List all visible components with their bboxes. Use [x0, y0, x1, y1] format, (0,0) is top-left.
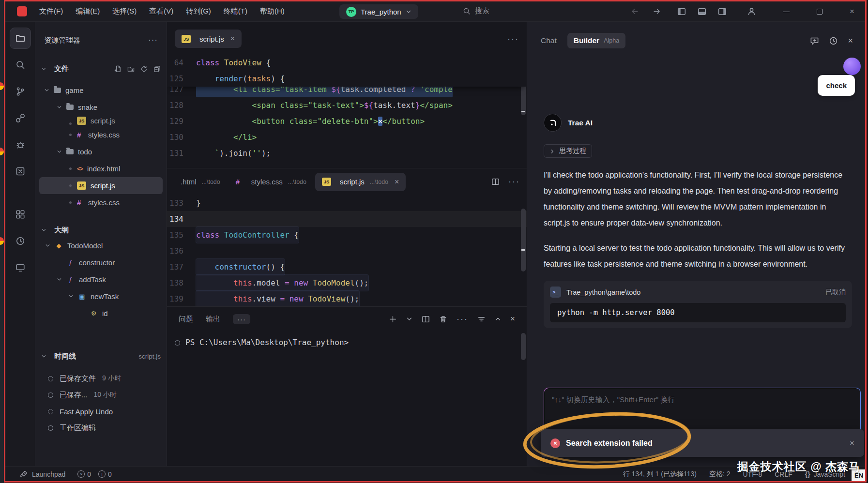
code-line-134[interactable]: 134: [167, 211, 527, 227]
folder-snake[interactable]: snake: [39, 99, 163, 116]
launchpad-button[interactable]: Launchpad: [32, 470, 65, 478]
folder-game[interactable]: game: [39, 82, 163, 99]
file-styles.css[interactable]: #styles.css: [39, 126, 163, 143]
file-script.js[interactable]: JSscript.js: [39, 177, 163, 194]
menu-item[interactable]: 帮助(H): [254, 7, 291, 16]
code-line-125[interactable]: 125 render(tasks) {: [167, 71, 527, 87]
activity-extensions[interactable]: [10, 204, 31, 225]
menu-item[interactable]: 查看(V): [143, 7, 180, 16]
timeline-item[interactable]: 已保存...10 小时: [35, 387, 167, 403]
refresh-icon[interactable]: [140, 65, 148, 73]
code-line-129[interactable]: 129 <button class="delete-btn">×</button…: [167, 113, 527, 129]
close-toast-icon[interactable]: ×: [850, 438, 854, 448]
history-icon[interactable]: [829, 36, 838, 45]
tab-script.js[interactable]: JSscript.js...\todo×: [315, 173, 406, 191]
global-search[interactable]: 搜索: [463, 6, 489, 15]
file-index.html[interactable]: <>index.html: [39, 160, 163, 177]
timeline-section-header[interactable]: 时间线 script.js: [35, 349, 167, 363]
warning-count[interactable]: ! 0: [98, 470, 112, 478]
code-editor-top[interactable]: 64class TodoView {125 render(tasks) { 12…: [167, 52, 527, 168]
tab-styles.css[interactable]: #styles.css...\todo: [229, 173, 313, 191]
outline-id[interactable]: ⚙id: [39, 305, 163, 322]
close-chat-icon[interactable]: ×: [848, 36, 853, 46]
activity-history[interactable]: [10, 230, 31, 252]
split-terminal-icon[interactable]: [422, 315, 430, 323]
more-panel-tabs-icon[interactable]: ···: [233, 314, 250, 324]
code-line-64[interactable]: 64class TodoView {: [167, 55, 527, 71]
code-line-131[interactable]: 131 `).join('');: [167, 145, 527, 161]
code-line-137[interactable]: 137 constructor() {: [167, 259, 527, 275]
outline-TodoModel[interactable]: ◆TodoModel: [39, 237, 163, 254]
code-line-128[interactable]: 128 <span class="task-text">${task.text}…: [167, 97, 527, 113]
terminal-scrollbar[interactable]: [520, 331, 526, 466]
toggle-bottom-panel-icon[interactable]: [698, 7, 706, 16]
activity-source-control[interactable]: [10, 81, 31, 102]
trash-icon[interactable]: [439, 315, 447, 323]
error-toast[interactable]: × Search extension failed ×: [541, 429, 864, 457]
minimize-button[interactable]: [783, 12, 790, 12]
tab-.html[interactable]: .html...\todo: [174, 173, 227, 191]
tab-output[interactable]: 输出: [206, 315, 220, 324]
close-window-button[interactable]: ×: [850, 7, 854, 16]
activity-debug[interactable]: [10, 134, 31, 155]
split-editor-icon[interactable]: [491, 178, 500, 186]
tab-builder[interactable]: Builder Alpha: [567, 33, 625, 48]
activity-explorer[interactable]: [10, 28, 31, 49]
tab-chat[interactable]: Chat: [541, 36, 557, 45]
timeline-item[interactable]: 工作区编辑: [35, 420, 167, 436]
folder-todo[interactable]: todo: [39, 143, 163, 160]
activity-remote-window[interactable]: [10, 257, 31, 278]
collapse-all-icon[interactable]: [153, 65, 161, 73]
file-styles.css[interactable]: #styles.css: [39, 194, 163, 211]
indentation-setting[interactable]: 空格: 2: [709, 470, 731, 479]
close-tab-icon[interactable]: ×: [395, 178, 399, 186]
more-actions-icon[interactable]: ···: [508, 177, 520, 187]
menu-item[interactable]: 选择(S): [106, 7, 143, 16]
new-chat-icon[interactable]: [810, 36, 819, 45]
close-panel-icon[interactable]: ×: [510, 314, 515, 324]
more-actions-icon[interactable]: ···: [457, 314, 468, 324]
terminal-view[interactable]: PS C:\Users\Ma\Desktop\Trae_python>: [167, 331, 527, 466]
activity-test[interactable]: [10, 161, 31, 182]
file-script.js[interactable]: JSscript.js: [39, 116, 163, 126]
code-line-130[interactable]: 130 </li>: [167, 129, 527, 145]
new-file-icon[interactable]: [114, 65, 122, 73]
editor-scrollbar[interactable]: [520, 195, 526, 306]
outline-addTask[interactable]: ƒaddTask: [39, 271, 163, 288]
more-actions-icon[interactable]: ···: [507, 34, 519, 48]
menu-item[interactable]: 转到(G): [180, 7, 217, 16]
tab-problems[interactable]: 问题: [179, 315, 193, 324]
thought-process-toggle[interactable]: 思考过程: [544, 144, 592, 158]
timeline-item[interactable]: Fast Apply Undo: [35, 403, 167, 420]
activity-search[interactable]: [10, 54, 31, 75]
activity-references[interactable]: [10, 107, 31, 129]
tab-script-js[interactable]: JS script.js ×: [175, 30, 242, 48]
more-actions-icon[interactable]: ···: [148, 35, 158, 45]
chevron-down-icon[interactable]: [406, 316, 412, 322]
outline-section-header[interactable]: 大纲: [35, 223, 167, 237]
back-arrow-icon[interactable]: [631, 7, 639, 15]
toggle-left-panel-icon[interactable]: [677, 7, 686, 16]
forward-arrow-icon[interactable]: [653, 7, 661, 15]
timeline-item[interactable]: 已保存文件9 小时: [35, 370, 167, 387]
menu-item[interactable]: 终端(T): [217, 7, 254, 16]
menu-item[interactable]: 编辑(E): [69, 7, 106, 16]
outline-constructor[interactable]: ƒconstructor: [39, 254, 163, 271]
close-tab-icon[interactable]: ×: [230, 34, 235, 43]
toggle-right-panel-icon[interactable]: [718, 7, 727, 16]
error-count[interactable]: × 0: [77, 470, 91, 478]
files-section-header[interactable]: 文件: [35, 61, 167, 76]
filter-icon[interactable]: [477, 315, 486, 323]
app-logo[interactable]: [17, 6, 27, 16]
outline-newTask[interactable]: ▣newTask: [39, 288, 163, 305]
project-switcher[interactable]: TP Trae_python: [339, 4, 418, 19]
account-button[interactable]: [747, 7, 756, 17]
code-line-127[interactable]: 127 <li class="task-item ${task.complete…: [167, 87, 527, 97]
maximize-button[interactable]: [817, 9, 822, 15]
code-editor-bottom[interactable]: 133}134135class TodoController {136137 c…: [167, 195, 527, 306]
menu-item[interactable]: 文件(F): [33, 7, 69, 16]
code-line-138[interactable]: 138 this.model = new TodoModel();: [167, 275, 527, 291]
new-terminal-icon[interactable]: [389, 315, 397, 323]
code-line-133[interactable]: 133}: [167, 195, 527, 211]
chevron-up-icon[interactable]: [495, 316, 501, 322]
